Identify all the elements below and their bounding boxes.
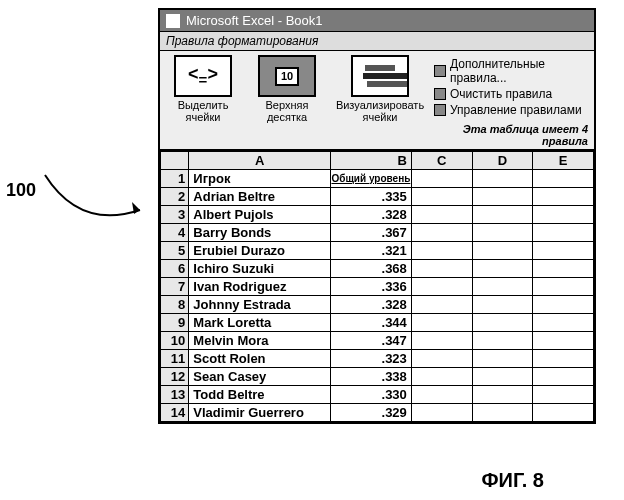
cell[interactable] [411, 314, 472, 332]
column-header-b[interactable]: B [330, 152, 411, 170]
cell[interactable] [411, 278, 472, 296]
cell[interactable]: Игрок [189, 170, 331, 188]
cell[interactable]: .328 [330, 206, 411, 224]
cell[interactable]: .368 [330, 260, 411, 278]
cell[interactable] [533, 224, 594, 242]
cell[interactable] [533, 242, 594, 260]
cell[interactable] [472, 278, 533, 296]
column-header-a[interactable]: A [189, 152, 331, 170]
cell[interactable] [411, 386, 472, 404]
title-bar: Microsoft Excel - Book1 [160, 10, 594, 32]
row-header[interactable]: 2 [161, 188, 189, 206]
cell[interactable] [472, 224, 533, 242]
cell[interactable]: Albert Pujols [189, 206, 331, 224]
cell[interactable] [472, 368, 533, 386]
cell[interactable] [472, 314, 533, 332]
row-header[interactable]: 4 [161, 224, 189, 242]
manage-rules-link[interactable]: Управление правилами [434, 103, 590, 117]
cell[interactable] [533, 206, 594, 224]
cell[interactable]: .347 [330, 332, 411, 350]
row-header[interactable]: 11 [161, 350, 189, 368]
column-header-d[interactable]: D [472, 152, 533, 170]
cell[interactable] [411, 260, 472, 278]
cell[interactable]: Vladimir Guerrero [189, 404, 331, 422]
cell[interactable]: Ichiro Suzuki [189, 260, 331, 278]
cell[interactable] [533, 260, 594, 278]
cell[interactable] [411, 170, 472, 188]
cell[interactable]: Johnny Estrada [189, 296, 331, 314]
row-header[interactable]: 3 [161, 206, 189, 224]
cell[interactable] [533, 170, 594, 188]
clear-rules-label: Очистить правила [450, 87, 552, 101]
row-header[interactable]: 12 [161, 368, 189, 386]
cell[interactable] [533, 314, 594, 332]
callout-arrow [40, 170, 150, 220]
cell[interactable] [472, 188, 533, 206]
column-header-c[interactable]: C [411, 152, 472, 170]
row-header[interactable]: 6 [161, 260, 189, 278]
cell[interactable]: .323 [330, 350, 411, 368]
cell[interactable] [472, 350, 533, 368]
row-header[interactable]: 7 [161, 278, 189, 296]
cell[interactable]: .338 [330, 368, 411, 386]
cell[interactable]: Melvin Mora [189, 332, 331, 350]
row-header[interactable]: 10 [161, 332, 189, 350]
visualize-cells-button[interactable] [351, 55, 409, 97]
cell[interactable] [411, 368, 472, 386]
cell[interactable] [472, 206, 533, 224]
cell[interactable]: Scott Rolen [189, 350, 331, 368]
cell[interactable] [411, 350, 472, 368]
cell[interactable] [472, 170, 533, 188]
cell[interactable]: Erubiel Durazo [189, 242, 331, 260]
more-rules-link[interactable]: Дополнительные правила... [434, 57, 590, 85]
cell[interactable]: .336 [330, 278, 411, 296]
cell[interactable] [533, 404, 594, 422]
cell[interactable] [472, 404, 533, 422]
cell[interactable] [472, 260, 533, 278]
row-header[interactable]: 8 [161, 296, 189, 314]
select-all-corner[interactable] [161, 152, 189, 170]
cell[interactable]: .367 [330, 224, 411, 242]
cell[interactable] [411, 206, 472, 224]
cell[interactable] [533, 332, 594, 350]
cell[interactable] [533, 296, 594, 314]
cell[interactable]: .344 [330, 314, 411, 332]
cell[interactable] [411, 332, 472, 350]
highlight-cells-button[interactable]: <=> [174, 55, 232, 97]
cell[interactable] [411, 242, 472, 260]
column-header-e[interactable]: E [533, 152, 594, 170]
cell[interactable] [411, 224, 472, 242]
cell[interactable] [533, 188, 594, 206]
cell[interactable]: Barry Bonds [189, 224, 331, 242]
cell[interactable]: Todd Beltre [189, 386, 331, 404]
cell[interactable]: .335 [330, 188, 411, 206]
cell[interactable]: .321 [330, 242, 411, 260]
cell[interactable] [533, 278, 594, 296]
top-ten-button[interactable]: 10 [258, 55, 316, 97]
cell[interactable] [411, 188, 472, 206]
row-header[interactable]: 5 [161, 242, 189, 260]
row-header[interactable]: 13 [161, 386, 189, 404]
cell[interactable]: .330 [330, 386, 411, 404]
row-header[interactable]: 1 [161, 170, 189, 188]
cell[interactable] [533, 386, 594, 404]
cell[interactable] [533, 368, 594, 386]
cell[interactable] [472, 332, 533, 350]
clear-rules-link[interactable]: Очистить правила [434, 87, 590, 101]
cell[interactable] [533, 350, 594, 368]
cell[interactable] [472, 386, 533, 404]
cell[interactable] [411, 404, 472, 422]
cell[interactable]: Общий уровень [330, 170, 411, 188]
cell[interactable]: Ivan Rodriguez [189, 278, 331, 296]
cell[interactable]: Mark Loretta [189, 314, 331, 332]
cell[interactable]: .329 [330, 404, 411, 422]
row-header[interactable]: 14 [161, 404, 189, 422]
cell[interactable] [472, 242, 533, 260]
spreadsheet-grid[interactable]: A B C D E 1ИгрокОбщий уровень2Adrian Bel… [160, 151, 594, 422]
cell[interactable]: Adrian Beltre [189, 188, 331, 206]
cell[interactable]: Sean Casey [189, 368, 331, 386]
cell[interactable]: .328 [330, 296, 411, 314]
cell[interactable] [472, 296, 533, 314]
cell[interactable] [411, 296, 472, 314]
row-header[interactable]: 9 [161, 314, 189, 332]
